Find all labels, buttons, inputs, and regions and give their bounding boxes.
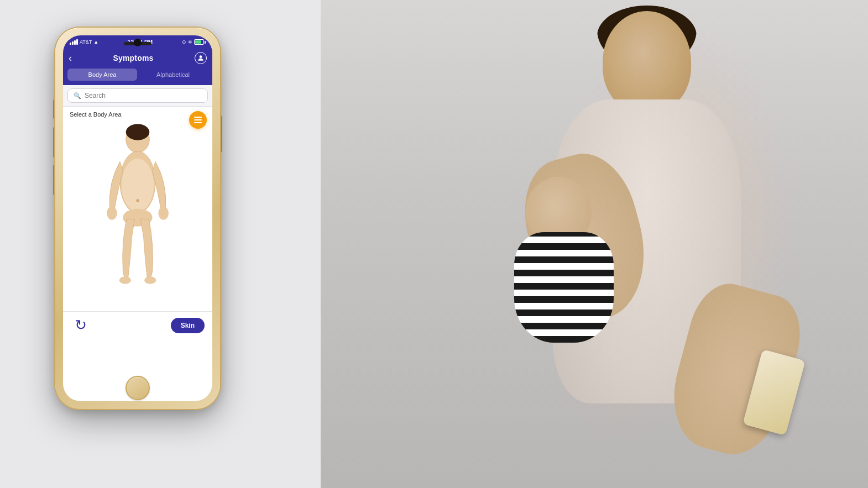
- skin-button[interactable]: Skin: [171, 318, 205, 333]
- phone-wrapper: AT&T ▲ 12:42 PM ⊙ ✲ ‹: [55, 28, 220, 409]
- human-body-svg[interactable]: [99, 123, 176, 300]
- rotate-icon: ↺: [75, 317, 87, 334]
- battery-body: [194, 39, 204, 45]
- record-icon: ⊙: [182, 39, 186, 45]
- rotate-button[interactable]: ↺: [71, 316, 91, 335]
- svg-point-0: [200, 55, 202, 58]
- signal-bar-4: [76, 39, 78, 45]
- signal-bar-1: [70, 43, 71, 45]
- app-header: ‹ Symptoms: [63, 48, 212, 69]
- signal-bars: [70, 39, 78, 45]
- tab-bar: Body Area Alphabetical: [63, 69, 212, 85]
- bluetooth-icon: ✲: [188, 39, 192, 45]
- search-input-wrapper[interactable]: 🔍: [67, 88, 208, 103]
- bottom-bar: ↺ Skin: [63, 311, 212, 339]
- search-icon: 🔍: [74, 92, 81, 99]
- svg-point-6: [107, 207, 117, 220]
- baby-body: [514, 232, 614, 343]
- tab-body-area[interactable]: Body Area: [67, 69, 137, 81]
- svg-point-9: [119, 276, 131, 284]
- svg-point-11: [136, 199, 139, 202]
- power-button: [220, 116, 222, 152]
- search-input[interactable]: [85, 92, 202, 99]
- body-area-content: Select a Body Area: [63, 107, 212, 311]
- svg-point-7: [158, 207, 169, 220]
- tab-alphabetical[interactable]: Alphabetical: [138, 69, 208, 81]
- person-silhouette: [481, 0, 813, 488]
- battery-indicator: [194, 39, 206, 45]
- status-icons: ⊙ ✲: [182, 39, 206, 45]
- back-button[interactable]: ‹: [69, 53, 72, 64]
- signal-bar-2: [72, 41, 74, 45]
- carrier-label: AT&T: [80, 39, 92, 45]
- bg-right: [321, 0, 868, 488]
- profile-button[interactable]: [195, 52, 207, 64]
- wifi-icon: ▲: [93, 39, 98, 45]
- svg-point-5: [122, 159, 154, 212]
- home-button[interactable]: [126, 376, 150, 400]
- signal-bar-3: [74, 40, 76, 45]
- body-figure: [63, 118, 212, 306]
- head: [603, 11, 691, 113]
- search-bar: 🔍: [63, 85, 212, 107]
- camera: [134, 39, 142, 46]
- battery-fill: [195, 40, 201, 44]
- phone-screen: AT&T ▲ 12:42 PM ⊙ ✲ ‹: [63, 35, 212, 401]
- battery-tip: [205, 41, 206, 44]
- svg-point-2: [126, 124, 150, 140]
- person-icon: [197, 54, 205, 62]
- svg-point-10: [144, 276, 156, 284]
- header-title: Symptoms: [113, 54, 153, 62]
- carrier-info: AT&T ▲: [70, 39, 98, 45]
- phone-frame: AT&T ▲ 12:42 PM ⊙ ✲ ‹: [55, 28, 220, 409]
